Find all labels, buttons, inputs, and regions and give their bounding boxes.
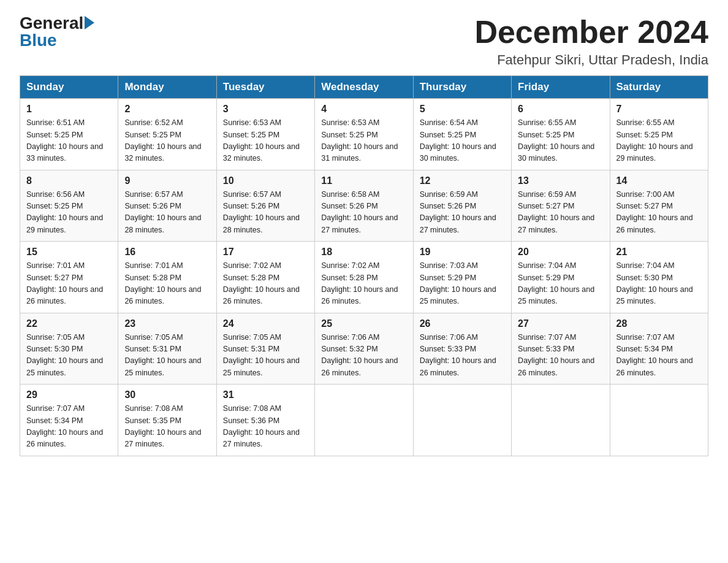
day-number: 11 — [321, 175, 406, 186]
calendar-week-row: 8Sunrise: 6:56 AMSunset: 5:25 PMDaylight… — [20, 170, 708, 242]
calendar-table: SundayMondayTuesdayWednesdayThursdayFrid… — [20, 75, 708, 456]
day-number: 21 — [616, 247, 702, 258]
day-info: Sunrise: 7:07 AMSunset: 5:34 PMDaylight:… — [616, 332, 702, 380]
day-info: Sunrise: 7:05 AMSunset: 5:30 PMDaylight:… — [26, 332, 112, 380]
calendar-day-cell: 11Sunrise: 6:58 AMSunset: 5:26 PMDayligh… — [315, 170, 413, 242]
day-info: Sunrise: 6:58 AMSunset: 5:26 PMDaylight:… — [321, 189, 406, 237]
day-number: 7 — [616, 104, 702, 115]
day-info: Sunrise: 6:59 AMSunset: 5:26 PMDaylight:… — [420, 189, 505, 237]
day-info: Sunrise: 7:02 AMSunset: 5:28 PMDaylight:… — [321, 260, 406, 308]
day-info: Sunrise: 7:06 AMSunset: 5:32 PMDaylight:… — [321, 332, 406, 380]
day-info: Sunrise: 6:54 AMSunset: 5:25 PMDaylight:… — [420, 117, 505, 165]
day-info: Sunrise: 6:55 AMSunset: 5:25 PMDaylight:… — [616, 117, 702, 165]
calendar-day-cell — [512, 385, 610, 456]
day-info: Sunrise: 7:02 AMSunset: 5:28 PMDaylight:… — [223, 260, 308, 308]
calendar-header-row: SundayMondayTuesdayWednesdayThursdayFrid… — [20, 76, 708, 99]
weekday-header-monday: Monday — [118, 76, 216, 99]
day-number: 10 — [223, 175, 308, 186]
day-info: Sunrise: 6:52 AMSunset: 5:25 PMDaylight:… — [124, 117, 210, 165]
calendar-week-row: 29Sunrise: 7:07 AMSunset: 5:34 PMDayligh… — [20, 385, 708, 456]
calendar-day-cell: 9Sunrise: 6:57 AMSunset: 5:26 PMDaylight… — [118, 170, 216, 242]
calendar-day-cell — [315, 385, 413, 456]
calendar-day-cell: 17Sunrise: 7:02 AMSunset: 5:28 PMDayligh… — [216, 242, 314, 313]
day-number: 27 — [518, 318, 603, 329]
day-info: Sunrise: 7:01 AMSunset: 5:28 PMDaylight:… — [124, 260, 210, 308]
day-number: 15 — [26, 247, 112, 258]
day-number: 1 — [26, 104, 112, 115]
calendar-day-cell: 31Sunrise: 7:08 AMSunset: 5:36 PMDayligh… — [216, 385, 314, 456]
weekday-header-saturday: Saturday — [610, 76, 708, 99]
location-subtitle: Fatehpur Sikri, Uttar Pradesh, India — [474, 52, 708, 68]
day-number: 29 — [26, 389, 112, 400]
calendar-day-cell: 1Sunrise: 6:51 AMSunset: 5:25 PMDaylight… — [20, 99, 118, 170]
calendar-day-cell: 21Sunrise: 7:04 AMSunset: 5:30 PMDayligh… — [610, 242, 708, 313]
calendar-day-cell: 2Sunrise: 6:52 AMSunset: 5:25 PMDaylight… — [118, 99, 216, 170]
weekday-header-thursday: Thursday — [413, 76, 511, 99]
logo-blue-text: Blue — [20, 31, 57, 50]
month-title: December 2024 — [474, 15, 708, 50]
title-area: December 2024 Fatehpur Sikri, Uttar Prad… — [474, 15, 708, 68]
calendar-day-cell: 24Sunrise: 7:05 AMSunset: 5:31 PMDayligh… — [216, 313, 314, 385]
calendar-day-cell: 23Sunrise: 7:05 AMSunset: 5:31 PMDayligh… — [118, 313, 216, 385]
calendar-day-cell: 28Sunrise: 7:07 AMSunset: 5:34 PMDayligh… — [610, 313, 708, 385]
day-number: 17 — [223, 247, 308, 258]
day-number: 6 — [518, 104, 603, 115]
calendar-day-cell: 30Sunrise: 7:08 AMSunset: 5:35 PMDayligh… — [118, 385, 216, 456]
day-info: Sunrise: 7:05 AMSunset: 5:31 PMDaylight:… — [223, 332, 308, 380]
day-number: 2 — [124, 104, 210, 115]
day-info: Sunrise: 7:08 AMSunset: 5:36 PMDaylight:… — [223, 403, 308, 451]
day-number: 4 — [321, 104, 406, 115]
day-number: 13 — [518, 175, 603, 186]
day-number: 12 — [420, 175, 505, 186]
day-info: Sunrise: 7:08 AMSunset: 5:35 PMDaylight:… — [124, 403, 210, 451]
calendar-day-cell: 20Sunrise: 7:04 AMSunset: 5:29 PMDayligh… — [512, 242, 610, 313]
day-info: Sunrise: 7:07 AMSunset: 5:33 PMDaylight:… — [518, 332, 603, 380]
calendar-day-cell: 10Sunrise: 6:57 AMSunset: 5:26 PMDayligh… — [216, 170, 314, 242]
day-info: Sunrise: 7:03 AMSunset: 5:29 PMDaylight:… — [420, 260, 505, 308]
day-number: 24 — [223, 318, 308, 329]
day-number: 23 — [124, 318, 210, 329]
day-info: Sunrise: 6:53 AMSunset: 5:25 PMDaylight:… — [321, 117, 406, 165]
calendar-day-cell: 3Sunrise: 6:53 AMSunset: 5:25 PMDaylight… — [216, 99, 314, 170]
day-number: 22 — [26, 318, 112, 329]
calendar-day-cell: 26Sunrise: 7:06 AMSunset: 5:33 PMDayligh… — [413, 313, 511, 385]
day-number: 25 — [321, 318, 406, 329]
calendar-day-cell: 12Sunrise: 6:59 AMSunset: 5:26 PMDayligh… — [413, 170, 511, 242]
day-number: 26 — [420, 318, 505, 329]
calendar-day-cell: 25Sunrise: 7:06 AMSunset: 5:32 PMDayligh… — [315, 313, 413, 385]
day-info: Sunrise: 7:04 AMSunset: 5:30 PMDaylight:… — [616, 260, 702, 308]
calendar-day-cell: 8Sunrise: 6:56 AMSunset: 5:25 PMDaylight… — [20, 170, 118, 242]
day-info: Sunrise: 6:55 AMSunset: 5:25 PMDaylight:… — [518, 117, 603, 165]
calendar-day-cell: 15Sunrise: 7:01 AMSunset: 5:27 PMDayligh… — [20, 242, 118, 313]
calendar-week-row: 15Sunrise: 7:01 AMSunset: 5:27 PMDayligh… — [20, 242, 708, 313]
day-number: 20 — [518, 247, 603, 258]
weekday-header-friday: Friday — [512, 76, 610, 99]
calendar-day-cell: 27Sunrise: 7:07 AMSunset: 5:33 PMDayligh… — [512, 313, 610, 385]
weekday-header-tuesday: Tuesday — [216, 76, 314, 99]
day-number: 30 — [124, 389, 210, 400]
calendar-day-cell: 18Sunrise: 7:02 AMSunset: 5:28 PMDayligh… — [315, 242, 413, 313]
day-info: Sunrise: 7:00 AMSunset: 5:27 PMDaylight:… — [616, 189, 702, 237]
day-info: Sunrise: 7:05 AMSunset: 5:31 PMDaylight:… — [124, 332, 210, 380]
day-number: 16 — [124, 247, 210, 258]
calendar-day-cell — [610, 385, 708, 456]
day-number: 18 — [321, 247, 406, 258]
calendar-day-cell: 5Sunrise: 6:54 AMSunset: 5:25 PMDaylight… — [413, 99, 511, 170]
page-header: General Blue December 2024 Fatehpur Sikr… — [20, 15, 708, 68]
calendar-day-cell: 22Sunrise: 7:05 AMSunset: 5:30 PMDayligh… — [20, 313, 118, 385]
logo-flag-icon — [85, 16, 94, 29]
day-info: Sunrise: 6:57 AMSunset: 5:26 PMDaylight:… — [124, 189, 210, 237]
day-info: Sunrise: 6:59 AMSunset: 5:27 PMDaylight:… — [518, 189, 603, 237]
day-info: Sunrise: 6:56 AMSunset: 5:25 PMDaylight:… — [26, 189, 112, 237]
calendar-day-cell: 13Sunrise: 6:59 AMSunset: 5:27 PMDayligh… — [512, 170, 610, 242]
calendar-day-cell: 14Sunrise: 7:00 AMSunset: 5:27 PMDayligh… — [610, 170, 708, 242]
day-number: 19 — [420, 247, 505, 258]
day-number: 9 — [124, 175, 210, 186]
weekday-header-sunday: Sunday — [20, 76, 118, 99]
calendar-day-cell — [413, 385, 511, 456]
logo: General Blue — [20, 15, 94, 49]
day-number: 28 — [616, 318, 702, 329]
day-number: 8 — [26, 175, 112, 186]
day-number: 14 — [616, 175, 702, 186]
day-info: Sunrise: 7:06 AMSunset: 5:33 PMDaylight:… — [420, 332, 505, 380]
